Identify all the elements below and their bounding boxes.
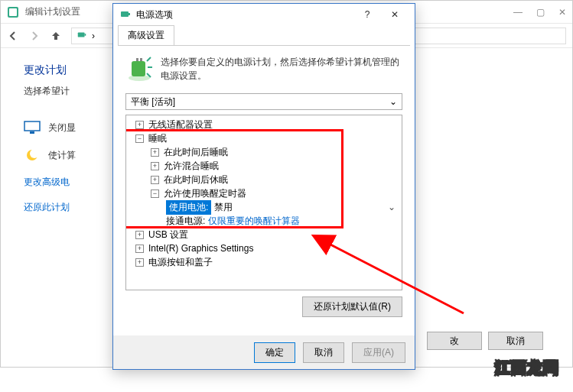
svg-rect-1 <box>9 8 17 16</box>
tree-label: USB 设置 <box>148 228 188 241</box>
svg-rect-11 <box>132 61 145 76</box>
restore-defaults-button[interactable]: 还原计划默认值(R) <box>302 296 402 317</box>
apply-button: 应用(A) <box>352 342 405 363</box>
cancel-button[interactable]: 取消 <box>488 332 543 350</box>
tree-label: 在此时间后睡眠 <box>164 146 228 159</box>
expand-icon[interactable]: + <box>135 245 144 253</box>
minimize-icon[interactable]: ― <box>513 7 523 18</box>
battery-large-icon <box>125 55 153 83</box>
tree-label: 允许使用唤醒定时器 <box>164 187 246 200</box>
control-panel-icon <box>7 6 19 18</box>
back-arrow-icon[interactable] <box>7 30 19 42</box>
tree-label: 无线适配器设置 <box>148 118 213 131</box>
chevron-right-icon: › <box>92 31 95 41</box>
close-icon[interactable]: ✕ <box>558 7 566 18</box>
plugged-setting-value[interactable]: 仅限重要的唤醒计算器 <box>208 215 300 228</box>
tree-item-hybrid[interactable]: +允许混合睡眠 <box>128 159 400 173</box>
expand-icon[interactable]: + <box>135 231 144 239</box>
settings-tree[interactable]: +无线适配器设置 −睡眠 +在此时间后睡眠 +允许混合睡眠 +在此时间后休眠 −… <box>125 115 402 290</box>
chevron-down-icon[interactable]: ⌄ <box>388 202 396 212</box>
description-text: 选择你要自定义的电源计划，然后选择你希望计算机管理的电源设置。 <box>161 55 402 83</box>
expand-icon[interactable]: + <box>151 162 159 170</box>
chevron-down-icon: ⌄ <box>389 96 397 107</box>
restore-row: 还原计划默认值(R) <box>125 296 402 317</box>
tree-item-battery[interactable]: 使用电池: 禁用 ⌄ <box>128 200 400 214</box>
tree-item-power-buttons[interactable]: +电源按钮和盖子 <box>128 255 400 269</box>
tree-item-sleep[interactable]: −睡眠 <box>128 131 400 145</box>
tree-label: 在此时间后休眠 <box>164 173 228 186</box>
expand-icon[interactable]: + <box>151 148 159 157</box>
moon-icon <box>24 148 41 162</box>
collapse-icon[interactable]: − <box>151 190 159 198</box>
svg-rect-4 <box>24 121 40 131</box>
tree-item-wake-timers[interactable]: −允许使用唤醒定时器 <box>128 186 400 200</box>
svg-rect-13 <box>140 58 142 61</box>
svg-point-7 <box>30 149 39 158</box>
ok-button[interactable]: 确定 <box>254 342 295 363</box>
tree-item-sleep-after[interactable]: +在此时间后睡眠 <box>128 145 400 159</box>
tree-item-wireless[interactable]: +无线适配器设置 <box>128 118 400 131</box>
svg-rect-3 <box>85 34 86 36</box>
plugged-setting-label: 接通电源: <box>166 215 205 228</box>
battery-setting-label: 使用电池: <box>166 200 211 215</box>
close-button[interactable]: ✕ <box>381 5 409 24</box>
svg-rect-5 <box>30 131 34 134</box>
cancel-button[interactable]: 取消 <box>303 342 344 363</box>
svg-rect-12 <box>136 58 138 61</box>
up-arrow-icon[interactable] <box>50 30 62 42</box>
expand-icon[interactable]: + <box>151 176 159 184</box>
forward-arrow-icon[interactable] <box>28 30 41 42</box>
watermark: 江西龙网 <box>495 358 559 378</box>
expand-icon[interactable]: + <box>135 258 144 267</box>
tree-item-graphics[interactable]: +Intel(R) Graphics Settings <box>128 241 400 255</box>
battery-small-icon <box>77 29 87 42</box>
tree-item-hibernate-after[interactable]: +在此时间后休眠 <box>128 173 400 186</box>
tree-label: Intel(R) Graphics Settings <box>148 243 253 254</box>
help-button[interactable]: ? <box>353 5 381 24</box>
dialog-body: 选择你要自定义的电源计划，然后选择你希望计算机管理的电源设置。 平衡 [活动] … <box>118 45 410 331</box>
dialog-footer: 确定 取消 应用(A) <box>113 335 415 369</box>
monitor-icon <box>24 121 41 134</box>
power-options-dialog: 电源选项 ? ✕ 高级设置 选择你要自定义的电源计划，然后选择你希望计算机管理的… <box>112 3 415 370</box>
svg-rect-8 <box>121 11 129 17</box>
tree-label: 电源按钮和盖子 <box>148 256 213 269</box>
dialog-titlebar: 电源选项 ? ✕ <box>113 4 415 25</box>
battery-icon <box>119 8 132 22</box>
plan-dropdown[interactable]: 平衡 [活动] ⌄ <box>125 93 402 110</box>
tree-label: 睡眠 <box>148 132 167 145</box>
save-changes-button[interactable]: 改 <box>427 332 482 350</box>
collapse-icon[interactable]: − <box>135 134 144 143</box>
tabs: 高级设置 <box>113 25 415 45</box>
battery-setting-value[interactable]: 禁用 <box>214 201 233 214</box>
tab-advanced[interactable]: 高级设置 <box>118 25 174 46</box>
svg-rect-2 <box>78 32 85 37</box>
svg-rect-9 <box>129 13 130 15</box>
dialog-title: 电源选项 <box>136 8 173 21</box>
plan-selected-label: 平衡 [活动] <box>131 96 175 109</box>
tree-item-usb[interactable]: +USB 设置 <box>128 228 400 241</box>
sleep-label: 使计算 <box>48 149 76 162</box>
maximize-icon[interactable]: ▢ <box>536 7 545 18</box>
expand-icon[interactable]: + <box>135 121 144 129</box>
tree-label: 允许混合睡眠 <box>164 160 219 173</box>
description-row: 选择你要自定义的电源计划，然后选择你希望计算机管理的电源设置。 <box>125 55 402 83</box>
display-off-label: 关闭显 <box>48 121 76 134</box>
tree-item-plugged[interactable]: 接通电源: 仅限重要的唤醒计算器 <box>128 214 400 228</box>
